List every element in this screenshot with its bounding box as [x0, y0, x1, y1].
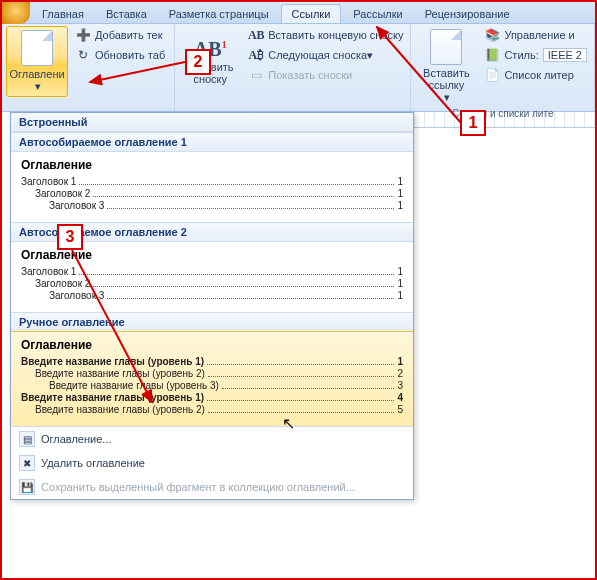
tab-mail[interactable]: Рассылки: [343, 5, 412, 23]
group-toc-label: [6, 97, 170, 111]
plus-icon: ➕: [75, 27, 91, 43]
bibliography-button[interactable]: 📄 Список литер: [481, 66, 590, 84]
ribbon-tabs: Главная Вставка Разметка страницы Ссылки…: [2, 2, 595, 24]
show-footnotes-label: Показать сноски: [268, 69, 352, 81]
biblio-icon: 📄: [484, 67, 500, 83]
tab-home[interactable]: Главная: [32, 5, 94, 23]
toc-title: Оглавление: [21, 338, 403, 352]
insert-endnote-button[interactable]: AB Вставить концевую сноску: [245, 26, 406, 44]
citation-icon: [430, 29, 462, 65]
show-notes-icon: ▭: [248, 67, 264, 83]
annotation-3: 3: [57, 224, 83, 250]
next-footnote-button[interactable]: A₿ Следующая сноска ▾: [245, 46, 406, 64]
insert-endnote-label: Вставить концевую сноску: [268, 29, 403, 41]
manage-icon: 📚: [484, 27, 500, 43]
ribbon: Оглавлени ▾ ➕ Добавить тек ↻ Обновить та…: [2, 24, 595, 112]
style-icon: 📗: [484, 47, 500, 63]
style-value: IEEE 2: [543, 48, 587, 62]
toc-button[interactable]: Оглавлени ▾: [6, 26, 68, 97]
style-label: Стиль:: [504, 49, 538, 61]
preview-auto1[interactable]: Оглавление Заголовок 11 Заголовок 21 Заг…: [11, 152, 413, 222]
toc-l3: Заголовок 3: [49, 200, 104, 211]
manage-label: Управление и: [504, 29, 574, 41]
show-footnotes-button[interactable]: ▭ Показать сноски: [245, 66, 406, 84]
refresh-icon: ↻: [75, 47, 91, 63]
manage-sources-button[interactable]: 📚 Управление и: [481, 26, 590, 44]
group-citations: Вставить ссылку ▾ 📚 Управление и 📗 Стиль…: [411, 24, 595, 111]
office-button[interactable]: [2, 2, 30, 24]
endnote-icon: AB: [248, 27, 264, 43]
chevron-down-icon: ▾: [35, 80, 41, 93]
add-text-label: Добавить тек: [95, 29, 163, 41]
document-icon: ▤: [19, 431, 35, 447]
mouse-cursor: ↖: [282, 414, 295, 433]
tab-insert[interactable]: Вставка: [96, 5, 157, 23]
group-footnotes-label: [179, 97, 406, 111]
preview-auto2[interactable]: Оглавление Заголовок 11 Заголовок 21 Заг…: [11, 242, 413, 312]
biblio-label: Список литер: [504, 69, 573, 81]
next-footnote-icon: A₿: [248, 47, 264, 63]
chevron-down-icon: ▾: [367, 49, 373, 62]
remove-toc-label: Удалить оглавление: [41, 457, 145, 469]
toc-l1: Заголовок 1: [21, 176, 76, 187]
preview-manual[interactable]: Оглавление Введите название главы (урове…: [11, 331, 413, 427]
chevron-down-icon: ▾: [444, 91, 450, 104]
gallery-footer: ▤ Оглавление... ✖ Удалить оглавление 💾 С…: [11, 426, 413, 499]
toc-title: Оглавление: [21, 158, 403, 172]
toc-title: Оглавление: [21, 248, 403, 262]
tab-layout[interactable]: Разметка страницы: [159, 5, 279, 23]
style-selector[interactable]: 📗 Стиль: IEEE 2: [481, 46, 590, 64]
remove-toc-item[interactable]: ✖ Удалить оглавление: [11, 451, 413, 475]
toc-gallery: Встроенный Автособираемое оглавление 1 О…: [10, 112, 414, 500]
custom-toc-item[interactable]: ▤ Оглавление...: [11, 427, 413, 451]
custom-toc-label: Оглавление...: [41, 433, 112, 445]
save-toc-label: Сохранить выделенный фрагмент в коллекци…: [41, 481, 355, 493]
update-label: Обновить таб: [95, 49, 165, 61]
update-toc-button[interactable]: ↻ Обновить таб: [72, 46, 168, 64]
add-text-button[interactable]: ➕ Добавить тек: [72, 26, 168, 44]
insert-citation-label: Вставить ссылку: [423, 67, 470, 91]
save-toc-item: 💾 Сохранить выделенный фрагмент в коллек…: [11, 475, 413, 499]
gallery-header-builtin: Встроенный: [11, 113, 413, 132]
insert-citation-button[interactable]: Вставить ссылку ▾: [415, 26, 477, 107]
tab-review[interactable]: Рецензирование: [415, 5, 520, 23]
gallery-item-auto1[interactable]: Автособираемое оглавление 1: [11, 132, 413, 152]
toc-label: Оглавлени: [9, 68, 64, 80]
annotation-1: 1: [460, 110, 486, 136]
remove-icon: ✖: [19, 455, 35, 471]
toc-icon: [21, 30, 53, 66]
annotation-2: 2: [185, 49, 211, 75]
group-toc: Оглавлени ▾ ➕ Добавить тек ↻ Обновить та…: [2, 24, 175, 111]
next-footnote-label: Следующая сноска: [268, 49, 367, 61]
group-citations-label: Ссылки и списки лите: [415, 107, 590, 121]
save-icon: 💾: [19, 479, 35, 495]
gallery-item-manual[interactable]: Ручное оглавление: [11, 312, 413, 332]
tab-references[interactable]: Ссылки: [281, 4, 342, 23]
toc-l2: Заголовок 2: [35, 188, 90, 199]
